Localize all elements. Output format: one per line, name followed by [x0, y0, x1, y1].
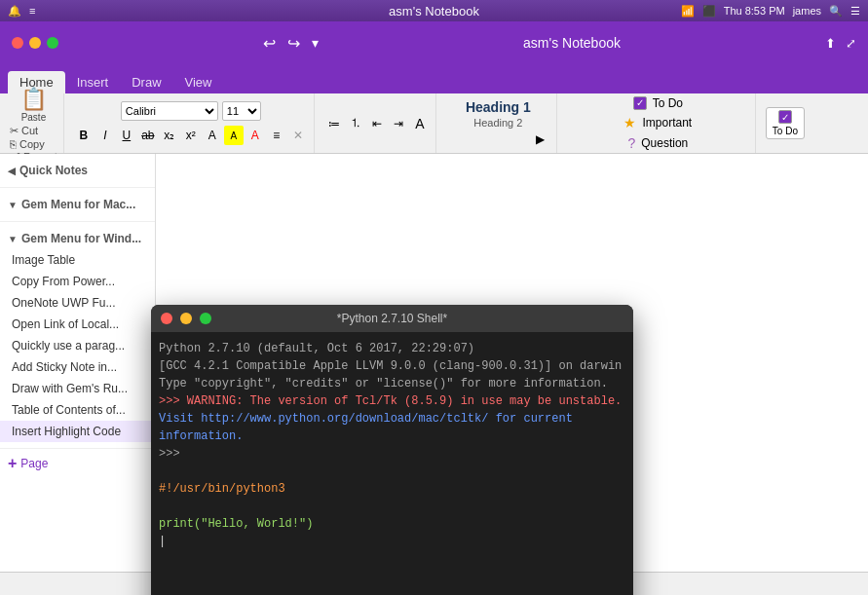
- paste-group: 📋 Paste ✂ Cut ⎘ Copy 🖌 Format: [4, 93, 64, 153]
- sidebar-item-6[interactable]: Draw with Gem's Ru...: [0, 378, 155, 399]
- underline-button[interactable]: U: [117, 126, 136, 145]
- shell-line-7: #!/usr/bin/python3: [159, 480, 625, 498]
- shell-line-6: [159, 463, 625, 480]
- superscript-button[interactable]: x²: [181, 126, 201, 145]
- search-icon[interactable]: 🔍: [829, 5, 843, 18]
- indent-button[interactable]: ⇥: [389, 114, 408, 133]
- styles-expand-button[interactable]: ▶: [531, 130, 550, 149]
- quick-notes-header[interactable]: ◀ Quick Notes: [0, 160, 155, 181]
- ribbon-toolbar: 📋 Paste ✂ Cut ⎘ Copy 🖌 Format Calibri: [0, 93, 868, 154]
- sidebar-item-8[interactable]: Insert Highlight Code: [0, 421, 155, 442]
- add-page-button[interactable]: + Page: [0, 449, 155, 478]
- plus-icon: +: [8, 455, 17, 472]
- font-group: Calibri 11 B I U ab x₂ x² A A A ≡ ✕: [68, 93, 315, 153]
- share-icon[interactable]: ⬆: [825, 36, 836, 51]
- gem-menu-mac-section: ▼ Gem Menu for Mac...: [0, 188, 155, 222]
- minimize-button[interactable]: [29, 37, 41, 49]
- sidebar-item-1[interactable]: Copy From Power...: [0, 271, 155, 292]
- expand-icon[interactable]: ⤢: [846, 36, 856, 51]
- maximize-button[interactable]: [47, 37, 58, 49]
- highlight-button[interactable]: A: [224, 126, 244, 145]
- shell-line-4: Visit http://www.python.org/download/mac…: [159, 410, 625, 445]
- bullet-list-button[interactable]: ≔: [324, 114, 344, 133]
- tab-insert[interactable]: Insert: [65, 71, 121, 93]
- heading2-style[interactable]: Heading 2: [470, 116, 526, 130]
- gem-menu-mac-header[interactable]: ▼ Gem Menu for Mac...: [0, 194, 155, 215]
- todo-tag[interactable]: ✓ To Do: [629, 95, 687, 111]
- sidebar: ◀ Quick Notes ▼ Gem Menu for Mac... ▼ Ge…: [0, 154, 156, 572]
- star-icon: ★: [623, 115, 636, 130]
- font-color-button[interactable]: A: [245, 126, 265, 145]
- sidebar-item-4[interactable]: Quickly use a parag...: [0, 335, 155, 356]
- shell-close-button[interactable]: [161, 313, 172, 324]
- gem-menu-wind-section: ▼ Gem Menu for Wind... Image Table Copy …: [0, 222, 155, 449]
- tab-view[interactable]: View: [173, 71, 224, 93]
- todo-checkbox: ✓: [633, 96, 647, 110]
- font-family-select[interactable]: Calibri: [121, 101, 218, 121]
- redo-icon[interactable]: ↪: [287, 34, 300, 53]
- menu-icon[interactable]: ≡: [29, 5, 35, 17]
- paste-button[interactable]: 📋 Paste: [17, 85, 51, 125]
- shell-title: *Python 2.7.10 Shell*: [337, 312, 447, 325]
- bold-button[interactable]: B: [74, 126, 94, 145]
- question-tag[interactable]: ? Question: [623, 134, 692, 152]
- notebook-title: asm's Notebook: [523, 35, 621, 51]
- header-action-icons: ⬆ ⤢: [825, 36, 856, 51]
- erase-button[interactable]: ✕: [288, 126, 308, 145]
- python-shell-window[interactable]: *Python 2.7.10 Shell* Python 2.7.10 (def…: [151, 305, 633, 595]
- font-size-large-button[interactable]: A: [410, 114, 430, 133]
- sidebar-item-0[interactable]: Image Table: [0, 249, 155, 271]
- heading1-style[interactable]: Heading 1: [462, 98, 535, 116]
- list-buttons-row1: ≔ ⒈ ⇤ ⇥ A: [324, 114, 430, 133]
- shell-line-0: Python 2.7.10 (default, Oct 6 2017, 22:2…: [159, 340, 625, 357]
- sidebar-item-7[interactable]: Table of Contents of...: [0, 399, 155, 421]
- app-title: asm's Notebook: [389, 4, 479, 19]
- close-button[interactable]: [12, 37, 23, 49]
- copy-icon: ⎘: [10, 138, 17, 150]
- copy-button[interactable]: ⎘ Copy: [10, 138, 57, 150]
- gem-wind-arrow: ▼: [8, 234, 18, 244]
- shell-line-1: [GCC 4.2.1 Compatible Apple LLVM 9.0.0 (…: [159, 357, 625, 375]
- notification-icon[interactable]: 🔔: [8, 5, 21, 18]
- window-controls: [12, 37, 58, 49]
- todo-main-button[interactable]: ✓ To Do: [766, 107, 805, 139]
- shell-cursor-line: |: [159, 533, 625, 550]
- italic-button[interactable]: I: [95, 126, 115, 145]
- scissors-icon: ✂: [10, 125, 19, 137]
- main-area: ◀ Quick Notes ▼ Gem Menu for Mac... ▼ Ge…: [0, 154, 868, 572]
- cut-button[interactable]: ✂ Cut: [10, 125, 57, 137]
- shell-line-9: print("Hello, World!"): [159, 515, 625, 533]
- shell-content[interactable]: Python 2.7.10 (default, Oct 6 2017, 22:2…: [151, 332, 633, 595]
- wifi-icon: 📶: [681, 5, 695, 18]
- undo-icon[interactable]: ↩: [263, 34, 276, 53]
- gem-menu-wind-header[interactable]: ▼ Gem Menu for Wind...: [0, 228, 155, 249]
- todo-main-checkbox: ✓: [778, 110, 792, 124]
- shell-minimize-button[interactable]: [180, 313, 192, 324]
- onenote-header: ↩ ↪ ▾ asm's Notebook ⬆ ⤢: [0, 21, 868, 64]
- hamburger-icon[interactable]: ☰: [850, 5, 860, 18]
- strikethrough-button[interactable]: ab: [138, 126, 158, 145]
- shell-titlebar: *Python 2.7.10 Shell*: [151, 305, 633, 332]
- clear-formatting-button[interactable]: A: [203, 126, 222, 145]
- important-tag[interactable]: ★ Important: [620, 114, 696, 131]
- sidebar-item-2[interactable]: OneNote UWP Fu...: [0, 292, 155, 314]
- screen-icon: ⬛: [702, 5, 716, 18]
- sidebar-item-5[interactable]: Add Sticky Note in...: [0, 356, 155, 378]
- font-size-select[interactable]: 11: [222, 101, 261, 121]
- align-button[interactable]: ≡: [267, 126, 286, 145]
- customize-icon[interactable]: ▾: [312, 35, 319, 51]
- mac-titlebar: 🔔 ≡ asm's Notebook 📶 ⬛ Thu 8:53 PM james…: [0, 0, 868, 21]
- collapse-arrow: ◀: [8, 166, 16, 176]
- shell-maximize-button[interactable]: [200, 313, 211, 324]
- gem-mac-arrow: ▼: [8, 200, 18, 210]
- paste-icon: 📋: [20, 87, 47, 112]
- todo-button-group: ✓ To Do: [760, 93, 811, 153]
- sidebar-item-3[interactable]: Open Link of Local...: [0, 314, 155, 335]
- numbered-list-button[interactable]: ⒈: [346, 114, 365, 133]
- subscript-button[interactable]: x₂: [160, 126, 179, 145]
- styles-group: Heading 1 Heading 2 ▶: [440, 93, 557, 153]
- question-icon: ?: [627, 135, 635, 151]
- outdent-button[interactable]: ⇤: [367, 114, 387, 133]
- titlebar-system-icons: 🔔 ≡: [8, 5, 35, 18]
- tab-draw[interactable]: Draw: [120, 71, 172, 93]
